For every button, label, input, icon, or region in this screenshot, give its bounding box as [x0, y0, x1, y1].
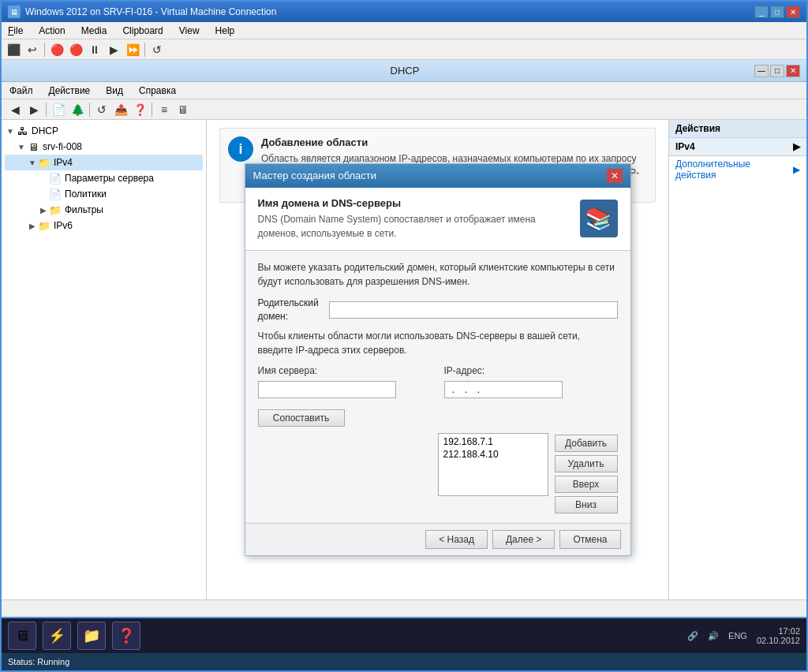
dhcp-toolbar-tree[interactable]: 🌲 [69, 102, 86, 118]
vm-menu-action[interactable]: Action [36, 24, 68, 37]
tree-expand-dhcp: ▼ [5, 127, 16, 136]
dhcp-right-panel: Действия IPv4 ▶ Дополнительные действия … [668, 120, 806, 599]
dhcp-toolbar-monitor[interactable]: 🖥 [174, 102, 192, 118]
server-icon: 🖧 [16, 125, 28, 137]
dhcp-toolbar-forward[interactable]: ▶ [25, 102, 43, 118]
dns-list-row: 192.168.7.1 212.188.4.10 Добавить Удалит… [258, 433, 618, 513]
dhcp-toolbar-help[interactable]: ❓ [131, 102, 148, 118]
dhcp-menu-help[interactable]: Справка [137, 84, 178, 97]
toolbar-sep-2 [144, 43, 145, 57]
dns-entry-1[interactable]: 192.168.7.1 [440, 435, 546, 448]
actions-section-label[interactable]: IPv4 ▶ [669, 138, 806, 156]
vm-minimize-btn[interactable]: _ [754, 6, 769, 18]
toolbar-btn-6[interactable]: ▶ [105, 42, 122, 58]
tree-item-dhcp[interactable]: ▼ 🖧 DHCP [5, 123, 203, 139]
cancel-btn[interactable]: Отмена [559, 530, 620, 549]
toolbar-sep-1 [44, 43, 45, 57]
vm-statusbar-icon-4[interactable]: ❓ [112, 622, 140, 650]
info-title: Добавление области [261, 136, 647, 148]
dhcp-toolbar-show[interactable]: 📄 [50, 102, 67, 118]
tree-label-ipv6: IPv6 [54, 220, 73, 231]
vm-menu-file[interactable]: File [5, 24, 26, 37]
remove-btn[interactable]: Удалить [555, 455, 618, 472]
wizard-body: Вы можете указать родительский домен, ко… [245, 251, 630, 524]
ip-label: IP-адрес: [444, 365, 618, 376]
vm-statusbar-icon-1[interactable]: 🖥 [8, 622, 36, 650]
wizard-body-text1: Вы можете указать родительский домен, ко… [258, 260, 618, 289]
vm-statusbar-right: 🔗 🔊 ENG 17:02 02.10.2012 [687, 626, 800, 645]
dhcp-close-btn[interactable]: ✕ [786, 65, 800, 77]
toolbar-btn-2[interactable]: ↩ [24, 42, 41, 58]
ipv6-icon: 📁 [38, 219, 50, 232]
tree-item-policies[interactable]: 📄 Политики [5, 186, 203, 202]
back-btn[interactable]: < Назад [425, 530, 488, 549]
tree-expand-filters: ▶ [38, 206, 49, 215]
wizard-header-subtitle: DNS (Domain Name System) сопоставляет и … [258, 212, 572, 241]
vm-close-btn[interactable]: ✕ [786, 6, 800, 18]
tree-item-ipv4[interactable]: ▼ 📁 IPv4 [5, 155, 203, 170]
dns-buttons: Добавить Удалить Вверх Вниз [555, 433, 618, 513]
tree-item-srv[interactable]: ▼ 🖥 srv-fi-008 [5, 139, 203, 155]
dns-entry-2[interactable]: 212.188.4.10 [440, 448, 546, 461]
vm-menu-view[interactable]: View [176, 24, 203, 37]
vm-menu-help[interactable]: Help [212, 24, 238, 37]
vm-main-status: Status: Running [2, 653, 806, 670]
toolbar-btn-4[interactable]: 🔴 [67, 42, 84, 58]
actions-link-arrow: ▶ [793, 164, 800, 175]
wizard-overlay: Мастер создания области ✕ Имя домена и D… [207, 120, 668, 599]
dhcp-menu-action[interactable]: Действие [47, 84, 92, 97]
actions-section-arrow: ▶ [793, 141, 800, 152]
dhcp-toolbar-sep1 [46, 103, 47, 117]
vm-menu-media[interactable]: Media [78, 24, 110, 37]
dhcp-win-controls: — □ ✕ [754, 65, 800, 77]
vm-menu-clipboard[interactable]: Clipboard [119, 24, 166, 37]
tree-label-filters: Фильтры [65, 204, 103, 215]
dns-listbox[interactable]: 192.168.7.1 212.188.4.10 [438, 433, 548, 496]
actions-more-link[interactable]: Дополнительные действия ▶ [669, 156, 806, 183]
dhcp-toolbar-export[interactable]: 📤 [112, 102, 129, 118]
dhcp-menubar: Файл Действие Вид Справка [2, 82, 806, 99]
vm-maximize-btn[interactable]: □ [770, 6, 784, 18]
dns-list-placeholder [258, 433, 432, 513]
network-icon: 🔗 [687, 631, 698, 641]
next-btn[interactable]: Далее > [492, 530, 556, 549]
dhcp-menu-view[interactable]: Вид [104, 84, 125, 97]
toolbar-btn-7[interactable]: ⏩ [124, 42, 141, 58]
wizard-close-btn[interactable]: ✕ [607, 169, 623, 183]
actions-section-text: IPv4 [675, 141, 695, 152]
parent-domain-input[interactable] [329, 301, 618, 319]
vm-statusbar-icon-3[interactable]: 📁 [77, 622, 106, 650]
match-btn[interactable]: Сопоставить [258, 409, 345, 427]
tree-expand-srv: ▼ [16, 143, 27, 151]
dhcp-maximize-btn[interactable]: □ [770, 65, 784, 77]
toolbar-btn-5[interactable]: ⏸ [86, 42, 103, 58]
up-btn[interactable]: Вверх [555, 476, 618, 493]
wizard-titlebar: Мастер создания области ✕ [245, 164, 630, 188]
dhcp-toolbar-refresh[interactable]: ↺ [93, 102, 110, 118]
wizard-title: Мастер создания области [253, 170, 377, 181]
vm-toolbar: ⬛ ↩ 🔴 🔴 ⏸ ▶ ⏩ ↺ [2, 39, 806, 60]
wizard-dialog: Мастер создания области ✕ Имя домена и D… [245, 163, 631, 557]
parent-domain-label: Родительскийдомен: [258, 297, 329, 323]
tree-item-ipv6[interactable]: ▶ 📁 IPv6 [5, 218, 203, 233]
dhcp-menu-file[interactable]: Файл [8, 84, 35, 97]
vm-titlebar-left: 🖥 Windows 2012 on SRV-FI-016 - Virtual M… [8, 6, 276, 18]
toolbar-btn-3[interactable]: 🔴 [48, 42, 65, 58]
dhcp-minimize-btn[interactable]: — [754, 65, 769, 77]
tree-item-filters[interactable]: ▶ 📁 Фильтры [5, 202, 203, 218]
server-name-input[interactable] [258, 381, 396, 398]
server-name-label: Имя сервера: [258, 365, 432, 376]
toolbar-btn-1[interactable]: ⬛ [5, 42, 22, 58]
info-icon: i [228, 136, 253, 162]
tree-label-dhcp: DHCP [32, 125, 58, 136]
down-btn[interactable]: Вниз [555, 496, 618, 513]
tree-item-params[interactable]: 📄 Параметры сервера [5, 170, 203, 186]
dhcp-toolbar-back[interactable]: ◀ [6, 102, 24, 118]
dhcp-toolbar-list[interactable]: ≡ [155, 102, 173, 118]
add-btn[interactable]: Добавить [555, 435, 618, 452]
wizard-header-title: Имя домена и DNS-серверы [258, 197, 572, 209]
ip-input[interactable] [444, 381, 563, 398]
vm-statusbar-icon-2[interactable]: ⚡ [43, 622, 71, 650]
toolbar-btn-8[interactable]: ↺ [148, 42, 166, 58]
wizard-header-text: Имя домена и DNS-серверы DNS (Domain Nam… [258, 197, 572, 241]
